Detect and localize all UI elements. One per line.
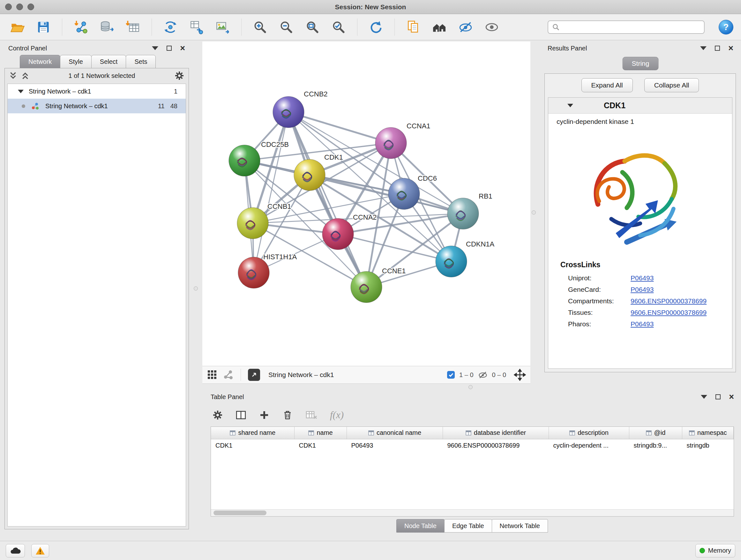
crosslink-link[interactable]: P06493	[630, 286, 654, 294]
warnings-button[interactable]	[31, 544, 49, 557]
copy-document-button[interactable]	[404, 17, 423, 37]
tab-style[interactable]: Style	[60, 55, 91, 68]
column-header[interactable]: @id	[629, 427, 682, 439]
column-header[interactable]: description	[549, 427, 629, 439]
restore-panel-icon[interactable]	[166, 46, 172, 51]
network-node-ccnb2[interactable]	[273, 97, 304, 128]
column-header[interactable]: shared name	[211, 427, 294, 439]
network-options-gear-icon[interactable]	[175, 71, 184, 80]
tab-select[interactable]: Select	[91, 55, 126, 68]
splitter-handle[interactable]	[468, 385, 473, 389]
tab-node-table[interactable]: Node Table	[396, 519, 445, 533]
expand-all-button[interactable]: Expand All	[582, 78, 633, 92]
table-row[interactable]: CDK1CDK1P064939606.ENSP00000378699cyclin…	[211, 439, 734, 452]
network-node-ccnb1[interactable]	[237, 207, 268, 239]
restore-panel-icon[interactable]	[716, 394, 721, 399]
float-panel-icon[interactable]	[701, 395, 707, 399]
open-session-button[interactable]	[8, 17, 27, 37]
gene-disclosure-icon[interactable]	[567, 104, 573, 107]
network-edge[interactable]	[288, 112, 366, 287]
memory-button[interactable]: Memory	[695, 544, 735, 557]
import-network-database-button[interactable]	[97, 17, 117, 37]
float-panel-icon[interactable]	[152, 46, 158, 50]
close-panel-icon[interactable]: ×	[728, 44, 733, 53]
network-node-hist1h1a[interactable]	[238, 257, 269, 288]
import-table-button[interactable]	[124, 17, 143, 37]
network-node-label: HIST1H1A	[263, 253, 297, 261]
import-network-file-button[interactable]	[71, 17, 90, 37]
grid-view-icon[interactable]	[207, 369, 218, 380]
crosslink-link[interactable]: P06493	[630, 274, 654, 282]
network-node-ccna1[interactable]	[375, 127, 407, 159]
cloud-status-button[interactable]	[6, 544, 25, 557]
network-node-rb1[interactable]	[448, 198, 479, 229]
add-column-icon[interactable]	[259, 410, 269, 420]
splitter-handle[interactable]	[194, 287, 198, 291]
close-panel-icon[interactable]: ×	[180, 44, 185, 53]
zoom-fit-button[interactable]	[303, 17, 322, 37]
help-button[interactable]: ?	[719, 20, 733, 35]
network-node-cdc6[interactable]	[388, 178, 420, 209]
export-image-button[interactable]	[213, 17, 232, 37]
column-header[interactable]: name	[294, 427, 347, 439]
table-tabs: Node Table Edge Table Network Table	[207, 519, 738, 533]
network-view[interactable]: CCNB2CCNA1CDC25BCDK1CDC6RB1CCNB1CCNA2CDK…	[202, 42, 530, 366]
collapse-all-button[interactable]: Collapse All	[644, 78, 699, 92]
crosslink-row: Pharos: P06493	[548, 316, 732, 328]
collection-disclosure-icon[interactable]	[18, 90, 23, 93]
search-box[interactable]	[548, 20, 704, 34]
table-options-gear-icon[interactable]	[212, 410, 223, 420]
network-edge[interactable]	[254, 112, 288, 273]
function-builder-icon[interactable]: f(x)	[330, 409, 344, 421]
expand-all-icon[interactable]	[21, 71, 29, 80]
save-session-button[interactable]	[34, 17, 53, 37]
tab-edge-table[interactable]: Edge Table	[444, 519, 492, 533]
minimize-window-button[interactable]	[16, 3, 23, 10]
network-collection-row[interactable]: String Network – cdk1 1	[8, 84, 186, 99]
zoom-in-button[interactable]	[251, 17, 270, 37]
overview-button[interactable]	[430, 17, 449, 37]
network-share-icon[interactable]	[223, 369, 233, 380]
network-node-cdk1[interactable]	[294, 159, 325, 191]
tab-sets[interactable]: Sets	[126, 55, 156, 68]
search-input[interactable]	[562, 23, 700, 31]
network-row-selected[interactable]: String Network – cdk1 11 48	[8, 99, 186, 113]
selected-nodes-checkbox[interactable]	[447, 371, 455, 379]
zoom-window-button[interactable]	[27, 3, 34, 10]
horizontal-scrollbar[interactable]	[211, 509, 734, 516]
select-columns-icon[interactable]	[235, 410, 246, 420]
network-node-ccna2[interactable]	[322, 219, 354, 250]
show-graphics-details-button[interactable]	[482, 17, 501, 37]
tab-network-table[interactable]: Network Table	[492, 519, 548, 533]
collapse-all-icon[interactable]	[9, 71, 17, 80]
first-neighbors-button[interactable]	[161, 17, 180, 37]
string-tab-badge[interactable]: String	[623, 57, 659, 70]
delete-column-icon[interactable]	[282, 410, 293, 421]
crosslink-link[interactable]: 9606.ENSP00000378699	[630, 297, 706, 305]
network-edge[interactable]	[288, 112, 391, 143]
hide-graphics-details-button[interactable]	[456, 17, 475, 37]
new-network-from-selection-button[interactable]	[187, 17, 206, 37]
gene-section-header[interactable]: CDK1	[548, 98, 732, 114]
close-panel-icon[interactable]: ×	[729, 393, 734, 401]
network-node-cdkn1a[interactable]	[435, 246, 467, 277]
network-node-ccne1[interactable]	[351, 271, 382, 303]
scrollbar-thumb[interactable]	[213, 510, 266, 515]
network-node-cdc25b[interactable]	[229, 145, 260, 176]
float-panel-icon[interactable]	[700, 46, 706, 50]
column-header[interactable]: namespac	[682, 427, 734, 439]
zoom-out-button[interactable]	[277, 17, 296, 37]
column-header[interactable]: canonical name	[347, 427, 443, 439]
tab-network[interactable]: Network	[20, 55, 60, 68]
close-window-button[interactable]	[5, 3, 12, 10]
column-header[interactable]: database identifier	[443, 427, 549, 439]
annotation-mode-button[interactable]	[248, 369, 260, 381]
crosslink-link[interactable]: P06493	[630, 320, 654, 328]
crosslink-link[interactable]: 9606.ENSP00000378699	[630, 309, 706, 316]
splitter-handle[interactable]	[532, 210, 536, 214]
apply-layout-button[interactable]	[366, 17, 386, 37]
hidden-eye-icon[interactable]	[478, 370, 488, 380]
restore-panel-icon[interactable]	[715, 46, 720, 51]
zoom-selected-button[interactable]	[329, 17, 348, 37]
pan-move-icon[interactable]	[514, 369, 526, 381]
